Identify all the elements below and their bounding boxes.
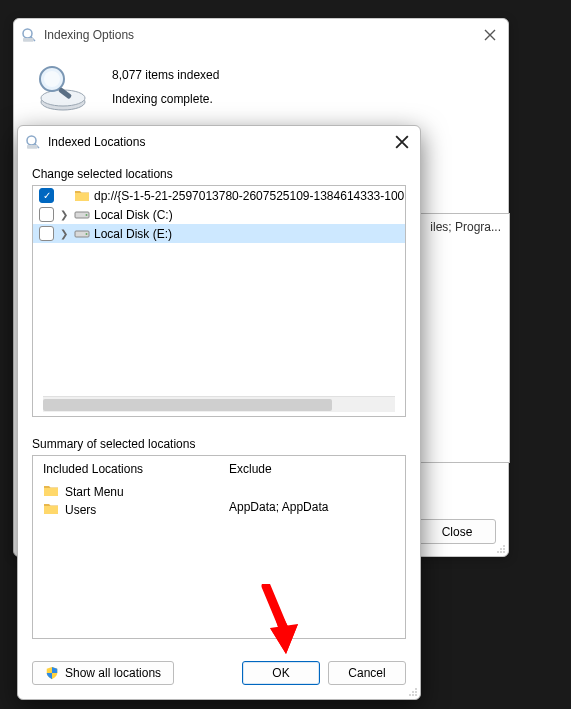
indexing-icon: [20, 26, 38, 44]
close-button-label: Close: [442, 525, 473, 539]
svg-point-20: [86, 233, 88, 235]
svg-point-13: [497, 551, 499, 553]
tree-node-label: Local Disk (C:): [94, 208, 173, 222]
included-item[interactable]: Start Menu: [43, 484, 209, 500]
exclude-item: AppData; AppData: [229, 500, 395, 514]
summary-label: Summary of selected locations: [32, 437, 406, 451]
svg-rect-16: [27, 145, 38, 149]
svg-point-11: [503, 551, 505, 553]
close-icon[interactable]: [390, 130, 414, 154]
svg-point-12: [500, 551, 502, 553]
exclude-item-label: AppData; AppData: [229, 500, 328, 514]
indexed-locations-window: Indexed Locations Change selected locati…: [17, 125, 421, 700]
ok-button[interactable]: OK: [242, 661, 320, 685]
tree-checkbox[interactable]: [39, 188, 54, 203]
scrollbar-thumb[interactable]: [43, 399, 332, 411]
chevron-right-icon[interactable]: ❯: [58, 209, 70, 221]
included-item-label: Start Menu: [65, 485, 124, 499]
tree-node-label: dp://{S-1-5-21-2597013780-2607525109-138…: [94, 189, 406, 203]
exclude-item-label: [229, 484, 232, 498]
svg-point-10: [500, 548, 502, 550]
change-locations-label: Change selected locations: [32, 167, 406, 181]
svg-point-26: [409, 694, 411, 696]
chevron-right-icon[interactable]: ❯: [58, 228, 70, 240]
exclude-column: Exclude AppData; AppData: [219, 456, 405, 638]
svg-point-23: [412, 691, 414, 693]
tree-row[interactable]: ❯Local Disk (C:): [33, 205, 405, 224]
items-indexed-text: 8,077 items indexed: [112, 68, 219, 82]
svg-point-25: [412, 694, 414, 696]
tree-horizontal-scrollbar[interactable]: [43, 396, 395, 412]
cancel-button[interactable]: Cancel: [328, 661, 406, 685]
folder-icon: [43, 484, 59, 500]
tree-node-label: Local Disk (E:): [94, 227, 172, 241]
svg-point-8: [503, 545, 505, 547]
ok-label: OK: [272, 666, 289, 680]
included-header: Included Locations: [43, 462, 209, 476]
drive-icon: [74, 208, 90, 222]
cancel-label: Cancel: [348, 666, 385, 680]
folder-icon: [43, 502, 59, 518]
indexing-header: 8,077 items indexed Indexing complete.: [32, 61, 490, 113]
svg-point-18: [86, 214, 88, 216]
svg-point-22: [415, 691, 417, 693]
title-back: Indexing Options: [44, 28, 478, 42]
svg-rect-2: [23, 38, 34, 42]
close-icon[interactable]: [478, 23, 502, 47]
exclude-item: [229, 484, 395, 498]
indexing-icon: [24, 133, 42, 151]
resize-grip-icon[interactable]: [406, 685, 418, 697]
tree-checkbox[interactable]: [39, 207, 54, 222]
svg-point-24: [415, 694, 417, 696]
title-front: Indexed Locations: [48, 135, 390, 149]
included-item-label: Users: [65, 503, 96, 517]
titlebar-front: Indexed Locations: [18, 126, 420, 157]
svg-point-9: [503, 548, 505, 550]
dialog-footer: Show all locations OK Cancel: [18, 651, 420, 699]
tree-row[interactable]: ❯Local Disk (E:): [33, 224, 405, 243]
drive-icon: [74, 227, 90, 241]
show-all-locations-button[interactable]: Show all locations: [32, 661, 174, 685]
tree-row[interactable]: dp://{S-1-5-21-2597013780-2607525109-138…: [33, 186, 405, 205]
included-item[interactable]: Users: [43, 502, 209, 518]
resize-grip-icon[interactable]: [494, 542, 506, 554]
indexing-status-text: Indexing complete.: [112, 92, 219, 106]
locations-tree[interactable]: dp://{S-1-5-21-2597013780-2607525109-138…: [32, 185, 406, 417]
tree-checkbox[interactable]: [39, 226, 54, 241]
back-content: 8,077 items indexed Indexing complete.: [14, 51, 508, 125]
folder-icon: [74, 189, 90, 203]
summary-box: Included Locations Start MenuUsers Exclu…: [32, 455, 406, 639]
svg-point-21: [415, 688, 417, 690]
indexing-large-icon: [32, 61, 90, 113]
uac-shield-icon: [45, 666, 59, 680]
close-button[interactable]: Close: [418, 519, 496, 544]
titlebar-back: Indexing Options: [14, 19, 508, 51]
svg-point-6: [44, 71, 60, 87]
show-all-locations-label: Show all locations: [65, 666, 161, 680]
included-column: Included Locations Start MenuUsers: [33, 456, 219, 638]
exclude-header: Exclude: [229, 462, 395, 476]
